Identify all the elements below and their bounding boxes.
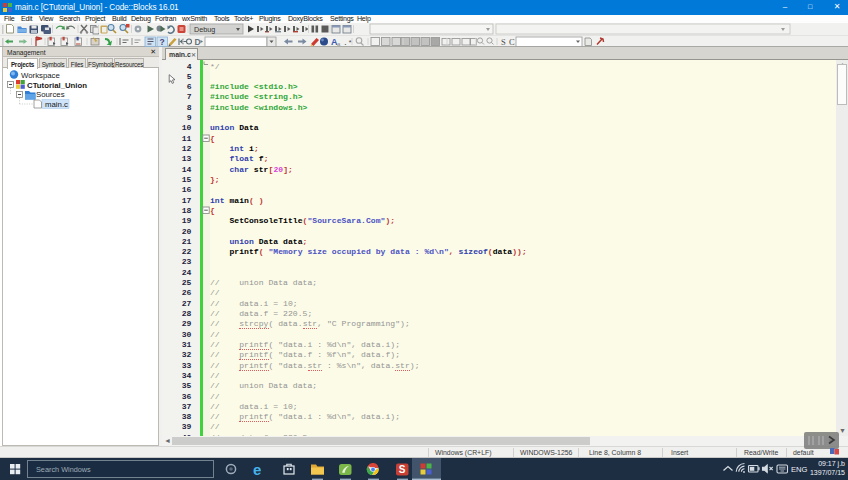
svg-text:e: e [253,461,261,478]
svg-text:S: S [399,464,406,475]
svg-text:S: S [501,37,506,47]
svg-text:Debug: Debug [194,25,215,34]
svg-text:D: D [195,37,201,47]
svg-text:.*: .* [343,38,353,47]
svg-text:?: ? [160,37,165,47]
svg-text:C: C [509,37,515,47]
